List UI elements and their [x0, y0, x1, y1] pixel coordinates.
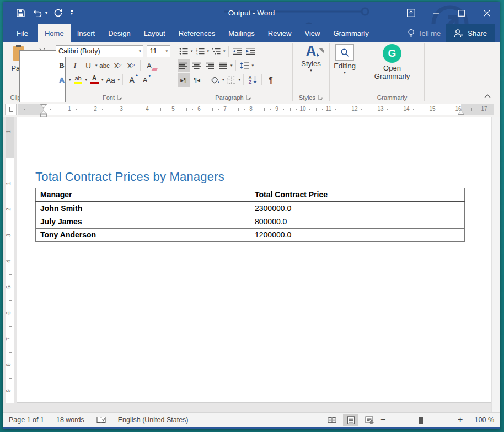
justify-button[interactable] [217, 59, 229, 72]
collapse-ribbon-button[interactable] [481, 94, 494, 99]
change-case-caret[interactable]: ▾ [118, 78, 120, 82]
styles-icon: A [305, 44, 317, 58]
zoom-out-button[interactable]: − [377, 414, 388, 425]
styles-group-label[interactable]: Styles [293, 93, 329, 102]
numbering-caret[interactable]: ▾ [207, 50, 210, 53]
shading-button[interactable] [209, 73, 221, 87]
borders-button[interactable] [226, 73, 238, 87]
line-spacing-button[interactable] [239, 59, 251, 72]
tab-insert[interactable]: Insert [71, 24, 102, 42]
horizontal-ruler[interactable]: 1234567891011121314151617 [18, 104, 494, 115]
zoom-slider-thumb[interactable] [419, 417, 423, 424]
justify-caret[interactable]: ▾ [230, 64, 233, 67]
line-spacing-caret[interactable]: ▾ [252, 64, 254, 67]
manager-cell[interactable]: July James [36, 215, 250, 229]
open-grammarly-button[interactable]: G OpenGrammarly [360, 42, 424, 93]
bullets-caret[interactable]: ▾ [191, 50, 193, 53]
price-cell[interactable]: 800000.0 [250, 215, 465, 229]
italic-button[interactable]: I [69, 59, 81, 72]
manager-cell[interactable]: John Smith [36, 202, 250, 215]
tab-layout[interactable]: Layout [137, 24, 172, 42]
page-indicator[interactable]: Page 1 of 1 [9, 416, 44, 424]
font-size-combo[interactable]: 11▾ [147, 45, 170, 57]
read-mode-button[interactable] [324, 414, 340, 426]
print-layout-button[interactable] [343, 414, 358, 426]
align-right-button[interactable] [204, 59, 216, 72]
underline-button[interactable]: U [82, 59, 94, 72]
ltr-direction-button[interactable]: ▸¶ [178, 73, 190, 87]
highlight-caret[interactable]: ▾ [85, 78, 88, 82]
borders-caret[interactable]: ▾ [239, 78, 241, 82]
vertical-ruler[interactable]: 1123456789 [3, 117, 17, 412]
bullets-button[interactable] [178, 45, 190, 58]
underline-dropdown-caret[interactable]: ▾ [95, 64, 98, 67]
paragraph-group-label[interactable]: Paragraph [174, 93, 292, 102]
first-line-indent-marker[interactable] [40, 104, 47, 109]
numbered-list-icon: 123 [196, 47, 205, 55]
numbering-button[interactable]: 123 [194, 45, 206, 58]
editing-button[interactable]: Editing ▾ [330, 42, 360, 93]
tab-mailings[interactable]: Mailings [222, 24, 261, 42]
zoom-level[interactable]: 100 % [469, 416, 494, 424]
align-left-button[interactable] [178, 59, 190, 72]
tab-design[interactable]: Design [101, 24, 137, 42]
tell-me-box[interactable]: Tell me [402, 24, 446, 42]
increase-indent-button[interactable] [245, 45, 257, 58]
tab-home[interactable]: Home [38, 24, 71, 42]
tab-selector[interactable] [5, 104, 17, 115]
align-center-button[interactable] [191, 59, 203, 72]
document-page[interactable]: Total Contract Prices by Managers Manage… [17, 117, 491, 403]
price-cell[interactable]: 1200000.0 [250, 229, 465, 242]
maximize-button[interactable] [449, 2, 474, 24]
close-button[interactable] [474, 2, 500, 24]
language-indicator[interactable]: English (United States) [118, 416, 189, 424]
styles-button[interactable]: A Styles ▾ [293, 42, 329, 93]
shading-caret[interactable]: ▾ [222, 78, 224, 82]
paste-button[interactable]: Paste ▾ [8, 44, 33, 93]
clear-formatting-button[interactable]: A [143, 59, 156, 72]
manager-cell[interactable]: Tony Anderson [36, 229, 250, 242]
rtl-direction-button[interactable]: ¶◂ [191, 73, 203, 87]
column-header-price[interactable]: Total Contract Price [250, 188, 465, 202]
decrease-indent-button[interactable] [232, 45, 244, 58]
strikethrough-button[interactable]: abc [99, 59, 111, 72]
share-button[interactable]: Share [446, 24, 495, 42]
show-paragraph-marks-button[interactable]: ¶ [265, 73, 277, 87]
zoom-in-button[interactable]: + [454, 414, 465, 425]
highlight-button[interactable]: ab [72, 73, 84, 87]
ribbon-display-options-button[interactable] [398, 2, 423, 24]
multilevel-caret[interactable]: ▾ [223, 50, 226, 53]
sort-button[interactable]: AZ [246, 73, 259, 87]
font-color-caret[interactable]: ▾ [101, 78, 104, 82]
web-layout-button[interactable] [362, 414, 377, 426]
tab-view[interactable]: View [298, 24, 326, 42]
right-indent-marker[interactable] [458, 110, 464, 115]
subscript-button[interactable]: X2 [112, 59, 124, 72]
multilevel-list-button[interactable] [210, 45, 222, 58]
superscript-button[interactable]: X2 [125, 59, 137, 72]
group-styles: A Styles ▾ Styles [293, 42, 329, 102]
tab-references[interactable]: References [172, 24, 222, 42]
shrink-font-button[interactable]: A▾ [139, 73, 151, 87]
zoom-slider[interactable] [390, 414, 452, 426]
scrollbar-gutter[interactable] [491, 117, 500, 412]
font-name-combo[interactable]: Calibri (Body)▾ [56, 45, 143, 57]
text-effects-button[interactable]: A [56, 73, 68, 87]
font-group-label[interactable]: Font [51, 93, 174, 102]
window-bottom-border [3, 427, 500, 429]
word-count[interactable]: 18 words [56, 416, 84, 424]
document-area: 1123456789 Total Contract Prices by Mana… [3, 117, 500, 412]
font-color-button[interactable]: A [88, 73, 100, 87]
bold-button[interactable]: B [56, 59, 68, 72]
change-case-button[interactable]: Aa [105, 73, 117, 87]
tab-grammarly[interactable]: Grammarly [326, 24, 375, 42]
tab-review[interactable]: Review [261, 24, 298, 42]
text-effects-caret[interactable]: ▾ [69, 78, 71, 82]
minimize-button[interactable] [423, 2, 449, 24]
proofing-status[interactable] [96, 416, 106, 424]
price-cell[interactable]: 2300000.0 [250, 202, 465, 215]
column-header-manager[interactable]: Manager [36, 188, 250, 202]
tab-file[interactable]: File [7, 24, 38, 42]
grow-font-button[interactable]: A▴ [126, 73, 138, 87]
tab-stop-icon [8, 107, 14, 112]
